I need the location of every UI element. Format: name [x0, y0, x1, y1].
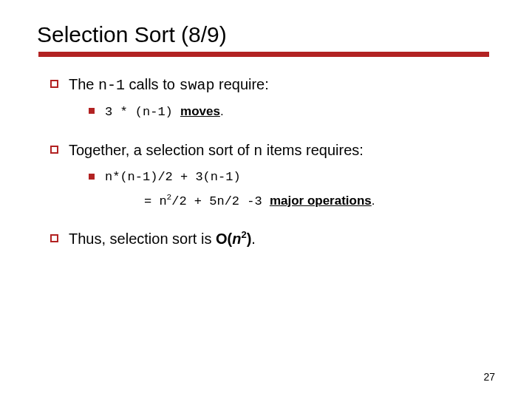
square-bullet-icon — [89, 174, 95, 180]
bullet-level2: 3 * (n-1) moves. — [89, 103, 495, 121]
code-text: n*(n-1)/2 + 3(n-1) — [105, 168, 241, 186]
code-text: n-1 — [98, 77, 125, 94]
text: The — [69, 76, 98, 92]
bigO-variable: n — [232, 231, 241, 247]
text: Thus, selection sort is — [69, 231, 216, 247]
square-bullet-outline-icon — [50, 234, 58, 242]
emphasis-text: moves — [180, 104, 220, 118]
text: . — [372, 194, 375, 208]
page-number: 27 — [483, 371, 495, 383]
text: calls to — [125, 76, 179, 92]
text: items requires: — [262, 142, 364, 158]
bullet-text: The n-1 calls to swap require: — [69, 75, 269, 95]
square-bullet-icon — [89, 108, 95, 114]
bigO-text: O( — [216, 231, 232, 247]
bullet-text: 3 * (n-1) moves. — [105, 103, 224, 121]
bullet-text: Together, a selection sort of n items re… — [69, 140, 364, 161]
slide-title: Selection Sort (8/9) — [37, 22, 495, 47]
bullet-level1: Together, a selection sort of n items re… — [50, 140, 495, 161]
emphasis-text: major operations — [270, 194, 372, 208]
slide-content: Selection Sort (8/9) The n-1 calls to sw… — [0, 0, 532, 248]
code-text: n — [253, 143, 262, 160]
text: . — [251, 231, 256, 247]
continuation-line: = n2/2 + 5n/2 -3 major operations. — [144, 192, 495, 211]
code-text: /2 + 5n/2 -3 — [171, 194, 270, 208]
bullet-level1: Thus, selection sort is O(n2). — [50, 229, 495, 248]
bullet-level2: n*(n-1)/2 + 3(n-1) — [89, 168, 495, 186]
accent-bar — [38, 52, 489, 57]
spacer — [37, 127, 495, 140]
text: Together, a selection sort of — [69, 142, 253, 158]
text: . — [220, 104, 224, 118]
code-text: = n — [144, 194, 167, 208]
superscript: 2 — [241, 230, 246, 241]
text: require: — [214, 76, 268, 92]
code-text: swap — [179, 77, 214, 94]
code-text: 3 * (n-1) — [105, 105, 180, 119]
square-bullet-outline-icon — [50, 80, 58, 88]
square-bullet-outline-icon — [50, 146, 58, 154]
bullet-level1: The n-1 calls to swap require: — [50, 75, 495, 95]
bullet-text: Thus, selection sort is O(n2). — [69, 229, 256, 248]
spacer — [37, 216, 495, 229]
